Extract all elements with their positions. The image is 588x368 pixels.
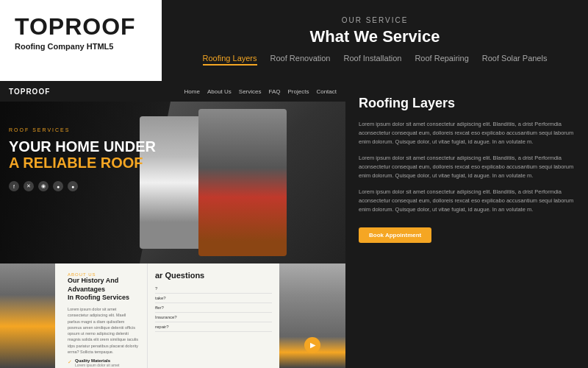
check-icon: ✓ bbox=[68, 359, 72, 365]
tab-roof-renovation[interactable]: Roof Renovation bbox=[270, 54, 331, 66]
faq-title: ar Questions bbox=[155, 271, 272, 280]
desc-block-2: Lorem ipsum dolor sit amet consectetur a… bbox=[359, 154, 575, 180]
twitter-icon[interactable]: ✕ bbox=[24, 181, 34, 191]
hero-title: YOUR HOME UNDER bbox=[9, 138, 156, 155]
worker-thumbnail bbox=[0, 263, 55, 368]
nav-faq[interactable]: FAQ bbox=[269, 88, 281, 95]
worker-image-1 bbox=[198, 109, 287, 256]
social-icon-5[interactable]: ● bbox=[68, 181, 78, 191]
desc-text-1: Lorem ipsum dolor sit amet consectetur a… bbox=[359, 120, 575, 146]
nav-services[interactable]: Services bbox=[239, 88, 262, 95]
site-right-worker: ▶ bbox=[279, 263, 345, 368]
faq-item-4[interactable]: Insurance? bbox=[155, 313, 272, 322]
nav-projects[interactable]: Projects bbox=[288, 88, 309, 95]
brand-title: TOPROOF bbox=[15, 13, 147, 40]
desc-text-3: Lorem ipsum dolor sit amet consectetur a… bbox=[359, 188, 575, 214]
site-hero: ROOF SERVICES YOUR HOME UNDER A RELIABLE… bbox=[0, 102, 345, 263]
main-content: TOPROOF Home About Us Services FAQ Proje… bbox=[0, 81, 588, 368]
social-icon-4[interactable]: ● bbox=[53, 181, 63, 191]
tab-roof-installation[interactable]: Roof Installation bbox=[344, 54, 402, 66]
faq-item-5[interactable]: repair? bbox=[155, 322, 272, 332]
tab-roof-repairing[interactable]: Roof Repairing bbox=[415, 54, 468, 66]
faq-item-1[interactable]: ? bbox=[155, 284, 272, 294]
about-text: Lorem ipsum dolor sit amet consectetur a… bbox=[68, 306, 138, 355]
site-logo: TOPROOF bbox=[9, 88, 50, 96]
nav-contact[interactable]: Contact bbox=[316, 88, 337, 95]
book-appointment-button[interactable]: Book Appointment bbox=[359, 227, 431, 243]
instagram-icon[interactable]: ◉ bbox=[38, 181, 49, 191]
about-title: Our History And AdvantagesIn Roofing Ser… bbox=[68, 277, 138, 302]
site-nav: TOPROOF Home About Us Services FAQ Proje… bbox=[0, 81, 345, 102]
brand-area: TOPROOF Roofing Company HTML5 bbox=[0, 0, 162, 81]
right-panel: Roofing Layers Lorem ipsum dolor sit ame… bbox=[345, 81, 588, 368]
desc-text-2: Lorem ipsum dolor sit amet consectetur a… bbox=[359, 154, 575, 180]
social-icons: f ✕ ◉ ● ● bbox=[9, 181, 156, 191]
tab-roofing-layers[interactable]: Roofing Layers bbox=[203, 54, 257, 66]
site-bottom: ABOUT US Our History And AdvantagesIn Ro… bbox=[0, 263, 345, 368]
our-service-label: OUR SERVICE bbox=[342, 16, 409, 24]
roof-services-label: ROOF SERVICES bbox=[9, 127, 156, 132]
nav-about[interactable]: About Us bbox=[207, 88, 232, 95]
facebook-icon[interactable]: f bbox=[9, 181, 19, 191]
worker-badge: ▶ bbox=[304, 337, 320, 353]
nav-home[interactable]: Home bbox=[184, 88, 200, 95]
tab-roof-solar[interactable]: Roof Solar Panels bbox=[482, 54, 548, 66]
hero-content: ROOF SERVICES YOUR HOME UNDER A RELIABLE… bbox=[9, 127, 156, 191]
hero-subtitle: A RELIABLE ROOF bbox=[9, 155, 156, 171]
site-about: ABOUT US Our History And AdvantagesIn Ro… bbox=[0, 263, 147, 368]
site-nav-links: Home About Us Services FAQ Projects Cont… bbox=[184, 88, 337, 95]
quality-item: ✓ Quality Materials Lorem ipsum dolor si… bbox=[68, 358, 138, 368]
brand-subtitle: Roofing Company HTML5 bbox=[15, 42, 147, 51]
faq-item-3[interactable]: ffer? bbox=[155, 303, 272, 313]
roofing-layers-title: Roofing Layers bbox=[359, 96, 575, 111]
desc-block-3: Lorem ipsum dolor sit amet consectetur a… bbox=[359, 188, 575, 214]
desc-block-1: Lorem ipsum dolor sit amet consectetur a… bbox=[359, 120, 575, 146]
faq-item-2[interactable]: take? bbox=[155, 294, 272, 303]
service-tabs: Roofing Layers Roof Renovation Roof Inst… bbox=[203, 54, 548, 66]
service-area: OUR SERVICE What We Service Roofing Laye… bbox=[162, 0, 588, 81]
website-preview: TOPROOF Home About Us Services FAQ Proje… bbox=[0, 81, 345, 368]
what-we-service-title: What We Service bbox=[310, 27, 440, 46]
site-faq-area: ar Questions ? take? ffer? Insurance? re… bbox=[147, 263, 279, 368]
quality-desc: Lorem ipsum dolor sit amet consectetur a… bbox=[75, 363, 138, 368]
about-content: ABOUT US Our History And AdvantagesIn Ro… bbox=[68, 272, 138, 368]
